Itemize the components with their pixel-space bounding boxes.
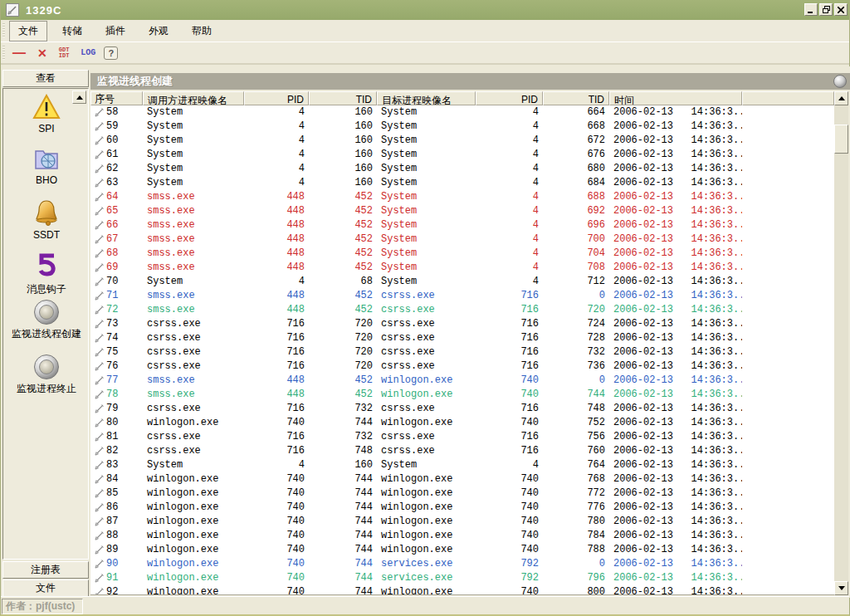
- column-header-tid1[interactable]: TID: [309, 91, 377, 105]
- menu-help[interactable]: 帮助: [183, 22, 220, 41]
- table-row[interactable]: 68smss.exe448452System47042006-02-13 14:…: [90, 247, 834, 261]
- cell-time: 2006-02-13 14:36:3...: [609, 331, 742, 345]
- cell-caller: smss.exe: [143, 303, 244, 317]
- table-row[interactable]: 90winlogon.exe740744services.exe79202006…: [90, 557, 834, 571]
- cell-filler: [742, 571, 834, 585]
- column-header-tid2[interactable]: TID: [543, 91, 609, 105]
- cell-caller: System: [143, 148, 244, 162]
- cell-target-tid: 676: [543, 148, 609, 162]
- table-row[interactable]: 86winlogon.exe740744winlogon.exe74077620…: [90, 501, 834, 515]
- table-row[interactable]: 87winlogon.exe740744winlogon.exe74078020…: [90, 515, 834, 529]
- cell-target-pid: 4: [476, 275, 543, 289]
- table-row[interactable]: 63System4160System46842006-02-13 14:36:3…: [90, 176, 834, 190]
- sword-icon: [94, 559, 105, 570]
- sidebar-item-monitor-process-terminate[interactable]: 监视进程终止: [3, 354, 89, 396]
- cell-time: 2006-02-13 14:36:3...: [609, 176, 742, 190]
- log-icon[interactable]: LOG: [77, 46, 99, 59]
- sidebar-item-spi[interactable]: SPI: [3, 94, 89, 134]
- cell-time: 2006-02-13 14:36:3...: [609, 162, 742, 176]
- table-row[interactable]: 78smss.exe448452winlogon.exe7407442006-0…: [90, 388, 834, 402]
- table-row[interactable]: 58System4160System46642006-02-13 14:36:3…: [90, 105, 834, 120]
- table-row[interactable]: 77smss.exe448452winlogon.exe74002006-02-…: [90, 374, 834, 388]
- sidebar-item-message-hook[interactable]: 消息钩子: [3, 252, 89, 296]
- menu-dump[interactable]: 转储: [54, 22, 90, 41]
- cell-target: System: [377, 204, 476, 218]
- gdt-idt-icon[interactable]: GDTIDT: [56, 46, 73, 61]
- cell-caller-tid: 452: [309, 388, 377, 402]
- help-icon[interactable]: ?: [104, 46, 118, 60]
- column-header-pid2[interactable]: PID: [476, 91, 543, 105]
- table-row[interactable]: 62System4160System46802006-02-13 14:36:3…: [90, 162, 834, 176]
- table-row[interactable]: 88winlogon.exe740744winlogon.exe74078420…: [90, 529, 834, 543]
- table-row[interactable]: 76csrss.exe716720csrss.exe7167362006-02-…: [90, 359, 834, 374]
- menu-plugin[interactable]: 插件: [97, 22, 134, 41]
- menu-grip[interactable]: [2, 23, 5, 38]
- cell-caller-tid: 452: [309, 190, 377, 204]
- table-row[interactable]: 85winlogon.exe740744winlogon.exe74077220…: [90, 486, 834, 501]
- table-row[interactable]: 64smss.exe448452System46882006-02-13 14:…: [90, 190, 834, 204]
- table-row[interactable]: 83System4160System47642006-02-13 14:36:3…: [90, 458, 834, 472]
- toolbar-grip[interactable]: [2, 46, 5, 61]
- table-row[interactable]: 59System4160System46682006-02-13 14:36:3…: [90, 120, 834, 134]
- scroll-up-button[interactable]: [834, 91, 848, 105]
- sidebar-item-monitor-thread-create[interactable]: 监视进线程创建: [3, 300, 89, 341]
- table-row[interactable]: 71smss.exe448452csrss.exe71602006-02-13 …: [90, 289, 834, 303]
- cell-seq: 81: [90, 430, 143, 444]
- table-row[interactable]: 82csrss.exe716748csrss.exe7167602006-02-…: [90, 444, 834, 458]
- table-row[interactable]: 80winlogon.exe740744winlogon.exe74075220…: [90, 416, 834, 430]
- cell-target: System: [377, 218, 476, 232]
- scroll-down-button[interactable]: [834, 581, 848, 595]
- table-row[interactable]: 91winlogon.exe740744services.exe79279620…: [90, 571, 834, 585]
- table-row[interactable]: 60System4160System46722006-02-13 14:36:3…: [90, 134, 834, 148]
- table-row[interactable]: 84winlogon.exe740744winlogon.exe74076820…: [90, 472, 834, 486]
- cell-target-tid: 720: [543, 303, 609, 317]
- table-row[interactable]: 61System4160System46762006-02-13 14:36:3…: [90, 148, 834, 162]
- vertical-scrollbar[interactable]: [834, 91, 848, 595]
- column-header-pid1[interactable]: PID: [244, 91, 309, 105]
- sword-icon: [94, 220, 105, 231]
- table-row[interactable]: 69smss.exe448452System47082006-02-13 14:…: [90, 261, 834, 275]
- cell-filler: [742, 430, 834, 444]
- column-header-time[interactable]: 时间: [609, 91, 742, 105]
- column-header-target[interactable]: 目标进程映像名: [377, 91, 476, 105]
- table-row[interactable]: 92winlogon.exe740744winlogon.exe74080020…: [90, 585, 834, 595]
- table-row[interactable]: 66smss.exe448452System46962006-02-13 14:…: [90, 218, 834, 232]
- remove-item-icon[interactable]: —: [9, 47, 29, 59]
- file-group-button[interactable]: 文件: [2, 579, 89, 597]
- sidebar: 查看 SPI BHO: [1, 66, 90, 598]
- table-row[interactable]: 72smss.exe448452csrss.exe7167202006-02-1…: [90, 303, 834, 317]
- sword-icon: [94, 418, 105, 428]
- restore-button[interactable]: [819, 3, 833, 16]
- cell-caller: winlogon.exe: [143, 416, 244, 430]
- menu-appearance[interactable]: 外观: [140, 22, 177, 41]
- minimize-button[interactable]: [804, 3, 818, 16]
- table-row[interactable]: 65smss.exe448452System46922006-02-13 14:…: [90, 204, 834, 218]
- table-row[interactable]: 73csrss.exe716720csrss.exe7167242006-02-…: [90, 317, 834, 331]
- cell-target-pid: 716: [476, 303, 543, 317]
- cell-seq: 73: [90, 317, 143, 331]
- cell-caller: System: [143, 176, 244, 190]
- cell-target-tid: 784: [543, 529, 609, 543]
- title-bar: 1329C: [1, 0, 849, 20]
- close-button[interactable]: [834, 3, 848, 16]
- registry-group-button[interactable]: 注册表: [2, 561, 89, 579]
- table-row[interactable]: 70System468System47122006-02-13 14:36:3.…: [90, 275, 834, 289]
- table-row[interactable]: 67smss.exe448452System47002006-02-13 14:…: [90, 232, 834, 247]
- cell-seq: 64: [90, 190, 143, 204]
- menu-file[interactable]: 文件: [9, 21, 47, 42]
- delete-icon[interactable]: ✕: [34, 45, 51, 61]
- sphere-icon[interactable]: [833, 75, 847, 88]
- table-row[interactable]: 74csrss.exe716720csrss.exe7167282006-02-…: [90, 331, 834, 345]
- scrollbar-thumb[interactable]: [834, 125, 848, 154]
- table-row[interactable]: 79csrss.exe716732csrss.exe7167482006-02-…: [90, 402, 834, 416]
- view-group-button[interactable]: 查看: [2, 70, 89, 87]
- cell-caller-pid: 740: [244, 472, 309, 486]
- column-header-seq[interactable]: 序号: [90, 91, 143, 105]
- table-row[interactable]: 81csrss.exe716732csrss.exe7167562006-02-…: [90, 430, 834, 444]
- sidebar-item-bho[interactable]: BHO: [3, 145, 89, 186]
- sidebar-item-ssdt[interactable]: SSDT: [3, 198, 89, 241]
- column-header-caller[interactable]: 调用方进程映像名: [143, 91, 244, 105]
- table-row[interactable]: 89winlogon.exe740744winlogon.exe74078820…: [90, 543, 834, 557]
- sword-icon: [94, 474, 105, 485]
- table-row[interactable]: 75csrss.exe716720csrss.exe7167322006-02-…: [90, 345, 834, 359]
